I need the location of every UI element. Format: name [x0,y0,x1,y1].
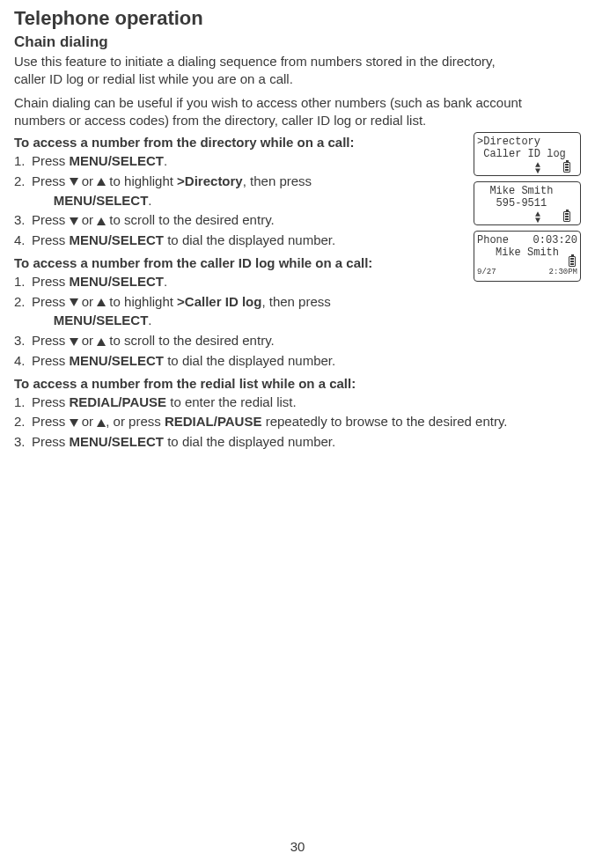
list-item: 3.Press or to scroll to the desired entr… [14,331,525,350]
key-label: MENU [54,313,92,327]
text: . [164,153,167,168]
key-label: REDIAL/ [165,414,217,429]
step-number: 4. [14,231,32,250]
text: to dial the displayed number. [164,353,335,368]
list-item: 2.Press or , or press REDIAL/PAUSE repea… [14,412,577,431]
key-label: PAUSE [217,414,262,429]
procedure-list-directory: 1.Press MENU/SELECT. 2.Press or to highl… [14,151,525,250]
down-arrow-icon [70,217,78,225]
list-item: 3.Press MENU/SELECT to dial the displaye… [14,432,577,452]
text: or [78,212,98,227]
text: to scroll to the desired entry. [106,333,274,348]
updown-icon: ▲▼ [535,162,540,174]
battery-icon [563,211,570,222]
text: , then press [261,294,330,309]
up-arrow-icon [97,338,106,346]
text: to highlight [106,173,177,188]
text: or [78,173,98,188]
text: . [164,274,167,289]
key-label: MENU [70,232,108,247]
list-item: 3.Press or to scroll to the desired entr… [14,210,525,230]
procedure-title-directory: To access a number from the directory wh… [14,135,525,150]
lcd-line: 0:03:20 [533,234,577,246]
text: to dial the displayed number. [164,434,335,449]
text: or [78,333,98,348]
lcd-line: Mike Smith [477,246,577,259]
up-arrow-icon [97,217,106,225]
text: repeatedly to browse to the desired entr… [261,414,507,429]
text: to dial the displayed number. [164,232,335,247]
text: Press [32,353,70,368]
key-label: MENU/ [70,274,112,289]
lcd-date: 9/27 [477,268,496,277]
lcd-line: Mike Smith [477,185,577,197]
step-number: 3. [14,210,32,230]
lcd-line: 595-9511 [477,197,577,210]
lcd-line: Caller ID log [477,148,577,160]
step-number: 3. [14,331,32,350]
key-label: /SELECT [92,193,148,208]
lcd-line: Phone [477,234,509,246]
text: Press [32,232,70,247]
list-item: 4.Press MENU/SELECT to dial the displaye… [14,351,525,371]
step-number: 3. [14,432,32,452]
down-arrow-icon [70,298,78,306]
key-label: MENU [54,193,92,208]
lcd-screen-call: Phone0:03:20 Mike Smith 9/272:30PM [474,231,581,282]
section-title: Chain dialing [14,33,525,51]
step-number: 2. [14,292,32,312]
step-number: 2. [14,172,32,191]
step-number: 4. [14,351,32,371]
text: Press [32,414,70,429]
up-arrow-icon [97,178,106,186]
step-number: 2. [14,412,32,431]
updown-icon: ▲▼ [535,211,540,224]
procedure-list-redial: 1.Press REDIAL/PAUSE to enter the redial… [14,393,577,452]
step-number: 1. [14,272,32,291]
key-label: /SELECT [108,353,164,368]
down-arrow-icon [70,419,78,427]
up-arrow-icon [97,419,106,427]
list-item: 2.Press or to highlight >Directory, then… [14,172,525,210]
text: . [148,193,151,208]
menu-label: >Caller ID log [177,294,261,309]
step-number: 1. [14,393,32,412]
up-arrow-icon [97,298,106,306]
procedure-title-callerid: To access a number from the caller ID lo… [14,255,525,270]
menu-label: >Directory [177,173,243,188]
text: . [148,313,151,327]
key-label: MENU [70,353,108,368]
text: to enter the redial list. [166,394,297,409]
text: Press [32,294,70,309]
text: , or press [106,414,165,429]
lcd-line: >Directory [477,136,577,148]
key-label: /SELECT [108,434,164,449]
key-label: MENU [70,434,108,449]
list-item: 1.Press REDIAL/PAUSE to enter the redial… [14,393,577,412]
list-item: 2.Press or to highlight >Caller ID log, … [14,292,525,331]
lcd-screen-directory: >Directory Caller ID log ▲▼ [474,132,581,176]
intro-paragraph-2: Chain dialing can be useful if you wish … [14,94,525,130]
list-item: 4.Press MENU/SELECT to dial the displaye… [14,231,525,250]
text: Press [32,333,70,348]
text: Press [32,212,70,227]
screen-illustrations: >Directory Caller ID log ▲▼ Mike Smith 5… [474,132,581,287]
text: or [78,414,98,429]
text: Press [32,173,70,188]
down-arrow-icon [70,178,78,186]
step-number: 1. [14,151,32,171]
list-item: 1.Press MENU/SELECT. [14,272,525,291]
list-item: 1.Press MENU/SELECT. [14,151,525,171]
key-label: MENU/ [70,153,112,168]
page-number: 30 [0,839,595,854]
battery-icon [563,162,570,173]
text: Press [32,434,70,449]
lcd-screen-contact: Mike Smith 595-9511 ▲▼ [474,181,581,225]
text: Press [32,394,70,409]
down-arrow-icon [70,338,78,346]
page-title: Telephone operation [14,7,525,30]
text: Press [32,274,70,289]
text: to highlight [106,294,177,309]
key-label: SELECT [112,153,164,168]
text: to scroll to the desired entry. [106,212,274,227]
